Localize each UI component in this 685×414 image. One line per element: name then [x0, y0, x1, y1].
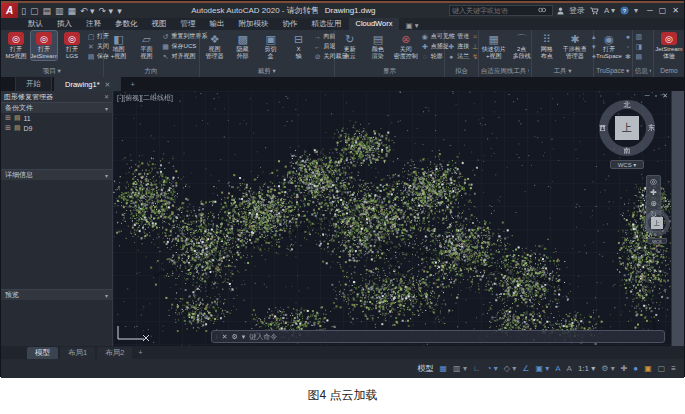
viewport-controls-label[interactable]: [-][俯视][二维线框] [117, 93, 173, 103]
group-label-clip[interactable]: 裁剪 ▾ [202, 67, 332, 77]
file-tab-start[interactable]: 开始 [15, 76, 52, 91]
model-space-toggle[interactable]: 模型 [418, 363, 434, 374]
plot-button[interactable]: ▦ [68, 6, 77, 16]
backup-file-item[interactable]: ⊞ ▤ 11 [1, 113, 112, 123]
view-manager-button[interactable]: ❖ 视图 管理器 [202, 31, 228, 60]
color-render-button[interactable]: ▤ 颜色 渲染 [365, 31, 391, 60]
grid-display-toggle[interactable]: ▦ [440, 364, 448, 373]
command-recent-dropdown-icon[interactable]: ▾ [242, 333, 246, 341]
undo-button[interactable]: ↶ ▾ [80, 6, 95, 16]
annotation-scale-control[interactable]: 1:1 ▾ [578, 364, 595, 373]
new-file-button[interactable]: ▯ [21, 6, 26, 16]
jetstream-demo-button[interactable]: ◎ JetStream 体验 [656, 31, 682, 60]
pan-button[interactable]: ✚ [650, 187, 657, 198]
mini-top-face[interactable]: 上 [651, 217, 663, 229]
new-tab-button[interactable]: + [126, 78, 138, 91]
graphics-performance-toggle[interactable]: ● [633, 364, 638, 373]
layout-tab-layout2[interactable]: 布局2 [97, 347, 132, 359]
maximize-button[interactable]: ▢ [659, 6, 667, 15]
compass-west-label[interactable]: 西 [599, 123, 606, 133]
open-file-button[interactable]: ▢ [30, 6, 39, 16]
group-label-polyline-tools[interactable]: 自适应周线工具 ▾ [481, 67, 529, 77]
tab-home[interactable]: 默认 [21, 18, 50, 30]
layout-tab-layout1[interactable]: 布局1 [60, 347, 95, 359]
annotation-autoscale-toggle[interactable]: A [567, 364, 572, 373]
app-menu-button[interactable]: A [1, 3, 18, 18]
open-jetstream-button[interactable]: ◎ 打开 JetStream [31, 31, 57, 60]
object-snap-tracking-toggle[interactable]: ∠ [522, 364, 529, 373]
clean-screen-toggle[interactable]: ▢ [658, 364, 666, 373]
close-tab-icon[interactable]: ✕ [105, 81, 111, 89]
ortho-mode-toggle[interactable]: ∟ [473, 364, 481, 373]
viewport-minimize-icon[interactable]: ─ [645, 92, 650, 100]
hide-outside-button[interactable]: ▩ 隐藏 外部 [230, 31, 256, 60]
command-grip-icon[interactable]: ⁞ [216, 334, 218, 340]
recovery-panel-close-icon[interactable]: ✕ [104, 93, 109, 100]
info-extra-2[interactable]: ◨ [635, 42, 643, 51]
expand-icon[interactable]: ⊞ [5, 124, 11, 132]
interference-check-button[interactable]: ✱ 干涉检查 管理器 [562, 31, 588, 60]
add-layout-button[interactable]: + [134, 348, 146, 357]
command-customize-icon[interactable]: ⚙ [232, 333, 238, 341]
truspace-mini-viewcube[interactable]: ─ ▫ 上 WCS [639, 203, 671, 244]
map-view-button[interactable]: ◧ 地图 +视图 [106, 31, 132, 60]
preview-section-header[interactable]: 预览 ▾ [1, 289, 112, 300]
help-search-box[interactable] [449, 5, 553, 16]
compass-north-label[interactable]: 北 [624, 100, 631, 110]
clip-box-button[interactable]: ▣ 剪切 盒 [258, 31, 284, 60]
tab-output[interactable]: 输出 [203, 18, 232, 30]
help-icon[interactable]: ? [620, 6, 629, 15]
command-line-bar[interactable]: ⁞ ✕ ⚙ ▾ 键入命令 [211, 330, 665, 343]
save-as-button[interactable]: ▥ [55, 6, 64, 16]
tab-collaborate[interactable]: 协作 [276, 18, 305, 30]
tab-parametric[interactable]: 参数化 [108, 18, 145, 30]
tab-featured-apps[interactable]: 精选应用 [305, 18, 349, 30]
viewcube-top-face[interactable]: 上 [615, 116, 639, 140]
open-msview-button[interactable]: ◎ 打开 MS视图 [3, 31, 29, 60]
annotation-visibility-toggle[interactable]: A [555, 364, 560, 373]
viewport-close-icon[interactable]: ✕ [662, 92, 668, 100]
tab-manage[interactable]: 管理 [174, 18, 203, 30]
viewcube[interactable]: 北 南 西 东 上 WCS ▾ [596, 100, 658, 169]
tab-view[interactable]: 视图 [145, 18, 174, 30]
plan-view-button[interactable]: ▱ 平面 视图 [134, 31, 160, 60]
navigation-wheel-button[interactable]: ◎ [650, 176, 657, 187]
layout-tab-model[interactable]: 模型 [27, 347, 58, 359]
polar-tracking-toggle[interactable]: ◔ ▾ [487, 364, 498, 373]
mini-compass-ring[interactable]: 上 [644, 210, 670, 236]
minimize-button[interactable]: ─ [647, 6, 653, 15]
customize-menu[interactable]: ≡ [671, 364, 676, 373]
tab-annotate[interactable]: 注释 [79, 18, 108, 30]
group-label-truspace[interactable]: TruSpace ▾ [596, 67, 630, 77]
open-truspace-button[interactable]: ◉ 打开 TruSpace [596, 31, 622, 60]
object-snap-toggle[interactable]: ▣ ▾ [535, 364, 549, 373]
point-cloud-render[interactable] [113, 91, 671, 346]
viewport-restore-icon[interactable]: ▫ [655, 92, 657, 100]
mini-window-controls[interactable]: ─ ▫ [639, 203, 671, 209]
compass-east-label[interactable]: 东 [648, 123, 655, 133]
close-button[interactable]: ✕ [672, 6, 679, 15]
details-section-header[interactable]: 详细信息 ▾ [1, 169, 112, 180]
x-axis-slice-button[interactable]: ⊟ X 轴 [286, 31, 312, 60]
tab-addins[interactable]: 附加模块 [232, 18, 276, 30]
autodesk-app-button[interactable]: A ▾ [604, 6, 615, 15]
snap-mode-toggle[interactable]: ▥ ▾ [453, 364, 467, 373]
grid-points-button[interactable]: ⠿ 网格 布点 [534, 31, 560, 60]
wcs-dropdown[interactable]: WCS ▾ [610, 160, 644, 169]
annotation-monitor-toggle[interactable]: ✚ [621, 364, 628, 373]
isolate-objects-toggle[interactable]: ▣ [644, 364, 652, 373]
group-label-tools[interactable]: 工具 ▾ [534, 67, 591, 77]
fit-pipe-button[interactable]: ✎管道≈ [447, 32, 479, 41]
open-lgs-button[interactable]: ◎ 打开 LGS [59, 31, 85, 60]
help-dropdown[interactable]: ▾ [634, 6, 638, 15]
fit-flange-button[interactable]: ●法兰↯ [447, 52, 479, 61]
drawing-canvas-area[interactable]: [-][俯视][二维线框] ─ ▫ ✕ 北 南 西 东 上 WCS ▾ ◎✚⊕↻… [113, 91, 671, 346]
truspace-extra-2[interactable]: ◦ [624, 42, 632, 51]
file-tab-drawing1[interactable]: Drawing1* ✕ [54, 77, 121, 91]
redo-button[interactable]: ↷ ▾ [99, 6, 114, 16]
workspace-switcher[interactable]: ⚙ ▾ [601, 364, 614, 373]
save-button[interactable]: ▤ [42, 6, 51, 16]
update-pointcloud-button[interactable]: ↻ 更新 点云 [337, 31, 363, 60]
app-store-cart-icon[interactable] [590, 7, 599, 15]
fit-connect-button[interactable]: ✚连接⊥ [447, 42, 479, 51]
